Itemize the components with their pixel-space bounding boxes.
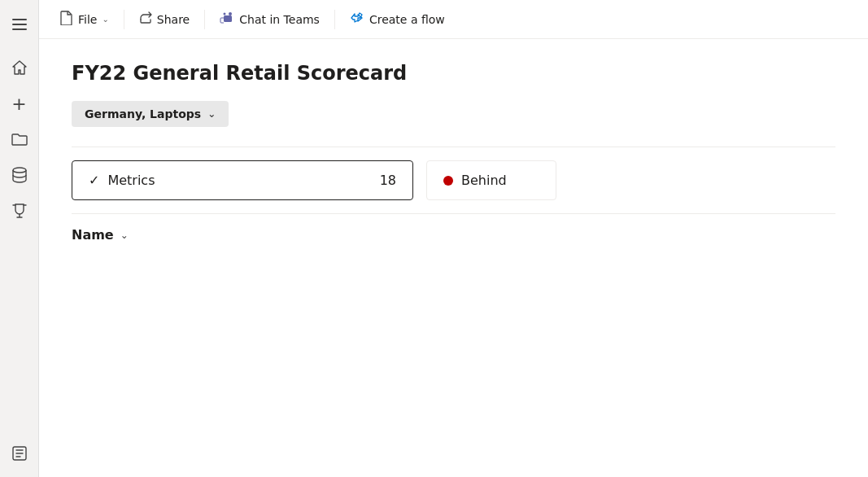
file-chevron-icon: ⌄ [102,15,108,24]
folder-icon [11,132,28,149]
file-label: File [78,13,97,26]
main-content: File ⌄ Share Chat [39,0,868,477]
page-title: FY22 General Retail Scorecard [72,62,835,85]
filter-label: Germany, Laptops [85,107,201,120]
chat-teams-label: Chat in Teams [239,13,320,26]
share-button[interactable]: Share [131,7,198,33]
toolbar-divider-1 [124,10,124,29]
metrics-card[interactable]: ✓ Metrics 18 [72,160,413,200]
name-chevron-icon[interactable]: ⌄ [120,230,129,241]
status-dot-behind [443,176,453,186]
page-content: FY22 General Retail Scorecard Germany, L… [39,39,868,477]
teams-icon [220,11,234,28]
filter-chevron-icon: ⌄ [207,108,216,120]
file-icon [60,11,73,28]
name-row: Name ⌄ [72,213,835,243]
toolbar-divider-3 [334,10,335,29]
file-button[interactable]: File ⌄ [52,6,117,33]
toolbar: File ⌄ Share Chat [39,0,868,39]
sidebar-item-more[interactable] [5,440,34,469]
plus-icon: + [11,95,26,113]
status-card[interactable]: Behind [426,160,556,200]
flow-icon [350,11,364,28]
share-icon [139,11,152,28]
status-label: Behind [461,173,507,188]
metrics-row: ✓ Metrics 18 Behind [72,160,835,200]
svg-rect-2 [224,15,232,22]
metrics-count: 18 [380,173,396,188]
sidebar-item-new[interactable]: + [5,90,34,119]
home-icon [11,59,28,78]
chat-teams-button[interactable]: Chat in Teams [212,7,328,33]
create-flow-label: Create a flow [369,13,445,26]
more-icon [12,446,27,463]
database-icon [12,167,27,186]
trophy-icon [12,203,27,221]
metrics-left: ✓ Metrics [89,173,155,188]
check-icon: ✓ [89,173,99,188]
sidebar-item-home[interactable] [5,54,34,83]
svg-point-3 [229,12,232,15]
hamburger-icon [12,19,27,30]
sidebar-hamburger[interactable] [5,10,34,39]
svg-point-4 [224,12,226,15]
sidebar: + [0,0,39,477]
sidebar-item-data[interactable] [5,161,34,190]
sidebar-item-goals[interactable] [5,197,34,226]
create-flow-button[interactable]: Create a flow [342,7,453,33]
svg-point-0 [13,168,26,173]
share-label: Share [157,13,190,26]
filter-row: Germany, Laptops ⌄ [72,101,835,127]
sidebar-item-browse[interactable] [5,125,34,155]
name-column-label: Name [72,227,114,243]
toolbar-divider-2 [204,10,205,29]
metrics-section: ✓ Metrics 18 Behind [72,147,835,200]
metrics-label: Metrics [107,173,155,188]
filter-button[interactable]: Germany, Laptops ⌄ [72,101,229,127]
